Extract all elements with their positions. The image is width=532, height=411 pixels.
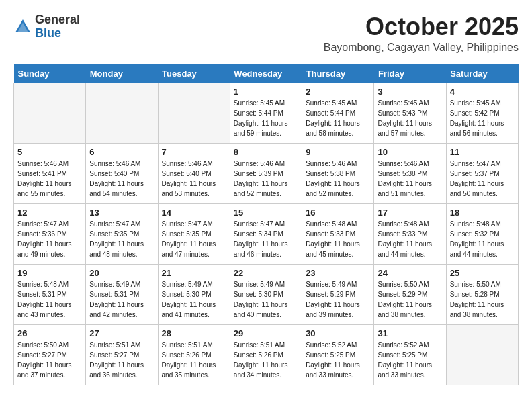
day-info: Sunrise: 5:48 AMSunset: 5:31 PMDaylight:… bbox=[17, 281, 72, 318]
weekday-header-wednesday: Wednesday bbox=[230, 64, 302, 83]
day-number: 23 bbox=[306, 268, 370, 278]
day-info: Sunrise: 5:51 AMSunset: 5:26 PMDaylight:… bbox=[162, 341, 216, 379]
calendar-day-cell: 3 Sunrise: 5:45 AMSunset: 5:43 PMDayligh… bbox=[374, 83, 446, 143]
calendar-week-row: 5 Sunrise: 5:46 AMSunset: 5:41 PMDayligh… bbox=[14, 143, 519, 203]
logo-blue-text: Blue bbox=[35, 26, 61, 40]
calendar-table: SundayMondayTuesdayWednesdayThursdayFrid… bbox=[13, 64, 519, 385]
weekday-header-row: SundayMondayTuesdayWednesdayThursdayFrid… bbox=[14, 64, 519, 83]
day-info: Sunrise: 5:48 AMSunset: 5:33 PMDaylight:… bbox=[306, 220, 360, 258]
day-number: 29 bbox=[234, 328, 298, 338]
calendar-day-cell: 8 Sunrise: 5:46 AMSunset: 5:39 PMDayligh… bbox=[230, 143, 302, 203]
day-info: Sunrise: 5:48 AMSunset: 5:32 PMDaylight:… bbox=[450, 220, 504, 258]
calendar-day-cell: 28 Sunrise: 5:51 AMSunset: 5:26 PMDaylig… bbox=[158, 324, 230, 385]
day-info: Sunrise: 5:46 AMSunset: 5:41 PMDaylight:… bbox=[17, 160, 72, 197]
day-info: Sunrise: 5:47 AMSunset: 5:34 PMDaylight:… bbox=[234, 220, 288, 258]
calendar-day-cell bbox=[158, 83, 230, 143]
title-block: October 2025 Bayombong, Cagayan Valley, … bbox=[324, 13, 519, 54]
calendar-day-cell: 12 Sunrise: 5:47 AMSunset: 5:36 PMDaylig… bbox=[14, 203, 86, 264]
day-number: 10 bbox=[378, 147, 442, 157]
calendar-day-cell: 27 Sunrise: 5:51 AMSunset: 5:27 PMDaylig… bbox=[86, 324, 158, 385]
day-number: 21 bbox=[162, 268, 226, 278]
month-title: October 2025 bbox=[324, 13, 519, 40]
day-info: Sunrise: 5:46 AMSunset: 5:40 PMDaylight:… bbox=[162, 160, 216, 197]
calendar-week-row: 19 Sunrise: 5:48 AMSunset: 5:31 PMDaylig… bbox=[14, 264, 519, 324]
weekday-header-sunday: Sunday bbox=[14, 64, 86, 83]
logo-icon bbox=[13, 17, 32, 36]
day-info: Sunrise: 5:47 AMSunset: 5:35 PMDaylight:… bbox=[89, 220, 144, 258]
calendar-week-row: 12 Sunrise: 5:47 AMSunset: 5:36 PMDaylig… bbox=[14, 203, 519, 264]
day-info: Sunrise: 5:49 AMSunset: 5:29 PMDaylight:… bbox=[306, 281, 360, 318]
day-info: Sunrise: 5:50 AMSunset: 5:27 PMDaylight:… bbox=[17, 341, 72, 379]
calendar-day-cell: 5 Sunrise: 5:46 AMSunset: 5:41 PMDayligh… bbox=[14, 143, 86, 203]
calendar-week-row: 26 Sunrise: 5:50 AMSunset: 5:27 PMDaylig… bbox=[14, 324, 519, 385]
day-info: Sunrise: 5:50 AMSunset: 5:28 PMDaylight:… bbox=[450, 281, 504, 318]
day-info: Sunrise: 5:45 AMSunset: 5:44 PMDaylight:… bbox=[234, 99, 288, 137]
calendar-day-cell: 6 Sunrise: 5:46 AMSunset: 5:40 PMDayligh… bbox=[86, 143, 158, 203]
day-number: 19 bbox=[17, 268, 82, 278]
calendar-day-cell: 1 Sunrise: 5:45 AMSunset: 5:44 PMDayligh… bbox=[230, 83, 302, 143]
calendar-day-cell: 2 Sunrise: 5:45 AMSunset: 5:44 PMDayligh… bbox=[302, 83, 374, 143]
day-info: Sunrise: 5:51 AMSunset: 5:27 PMDaylight:… bbox=[89, 341, 144, 379]
calendar-day-cell bbox=[446, 324, 518, 385]
calendar-day-cell bbox=[86, 83, 158, 143]
calendar-day-cell: 13 Sunrise: 5:47 AMSunset: 5:35 PMDaylig… bbox=[86, 203, 158, 264]
day-number: 20 bbox=[89, 268, 154, 278]
day-info: Sunrise: 5:45 AMSunset: 5:44 PMDaylight:… bbox=[306, 99, 360, 137]
calendar-week-row: 1 Sunrise: 5:45 AMSunset: 5:44 PMDayligh… bbox=[14, 83, 519, 143]
calendar-day-cell: 15 Sunrise: 5:47 AMSunset: 5:34 PMDaylig… bbox=[230, 203, 302, 264]
day-info: Sunrise: 5:49 AMSunset: 5:30 PMDaylight:… bbox=[234, 281, 288, 318]
calendar-day-cell: 18 Sunrise: 5:48 AMSunset: 5:32 PMDaylig… bbox=[446, 203, 518, 264]
day-info: Sunrise: 5:48 AMSunset: 5:33 PMDaylight:… bbox=[378, 220, 432, 258]
calendar-day-cell: 4 Sunrise: 5:45 AMSunset: 5:42 PMDayligh… bbox=[446, 83, 518, 143]
day-number: 1 bbox=[234, 87, 298, 97]
calendar-day-cell: 17 Sunrise: 5:48 AMSunset: 5:33 PMDaylig… bbox=[374, 203, 446, 264]
day-number: 11 bbox=[450, 147, 515, 157]
logo-general-text: General bbox=[35, 13, 80, 26]
weekday-header-thursday: Thursday bbox=[302, 64, 374, 83]
location-text: Bayombong, Cagayan Valley, Philippines bbox=[324, 42, 519, 54]
day-info: Sunrise: 5:49 AMSunset: 5:30 PMDaylight:… bbox=[162, 281, 216, 318]
day-number: 30 bbox=[306, 328, 370, 338]
day-info: Sunrise: 5:46 AMSunset: 5:38 PMDaylight:… bbox=[306, 160, 360, 197]
calendar-day-cell: 10 Sunrise: 5:46 AMSunset: 5:38 PMDaylig… bbox=[374, 143, 446, 203]
weekday-header-saturday: Saturday bbox=[446, 64, 518, 83]
day-info: Sunrise: 5:47 AMSunset: 5:37 PMDaylight:… bbox=[450, 160, 504, 197]
calendar-day-cell: 25 Sunrise: 5:50 AMSunset: 5:28 PMDaylig… bbox=[446, 264, 518, 324]
day-info: Sunrise: 5:46 AMSunset: 5:39 PMDaylight:… bbox=[234, 160, 288, 197]
day-number: 15 bbox=[234, 208, 298, 218]
calendar-day-cell: 11 Sunrise: 5:47 AMSunset: 5:37 PMDaylig… bbox=[446, 143, 518, 203]
day-info: Sunrise: 5:46 AMSunset: 5:40 PMDaylight:… bbox=[89, 160, 144, 197]
day-number: 8 bbox=[234, 147, 298, 157]
day-info: Sunrise: 5:47 AMSunset: 5:36 PMDaylight:… bbox=[17, 220, 72, 258]
weekday-header-tuesday: Tuesday bbox=[158, 64, 230, 83]
day-info: Sunrise: 5:47 AMSunset: 5:35 PMDaylight:… bbox=[162, 220, 216, 258]
day-number: 25 bbox=[450, 268, 515, 278]
day-number: 14 bbox=[162, 208, 226, 218]
day-number: 18 bbox=[450, 208, 515, 218]
calendar-day-cell: 19 Sunrise: 5:48 AMSunset: 5:31 PMDaylig… bbox=[14, 264, 86, 324]
day-number: 4 bbox=[450, 87, 515, 97]
calendar-day-cell: 9 Sunrise: 5:46 AMSunset: 5:38 PMDayligh… bbox=[302, 143, 374, 203]
day-number: 31 bbox=[378, 328, 442, 338]
calendar-day-cell: 21 Sunrise: 5:49 AMSunset: 5:30 PMDaylig… bbox=[158, 264, 230, 324]
day-info: Sunrise: 5:52 AMSunset: 5:25 PMDaylight:… bbox=[306, 341, 360, 379]
day-info: Sunrise: 5:45 AMSunset: 5:43 PMDaylight:… bbox=[378, 99, 432, 137]
day-number: 22 bbox=[234, 268, 298, 278]
day-number: 6 bbox=[89, 147, 154, 157]
calendar-day-cell: 14 Sunrise: 5:47 AMSunset: 5:35 PMDaylig… bbox=[158, 203, 230, 264]
calendar-day-cell: 26 Sunrise: 5:50 AMSunset: 5:27 PMDaylig… bbox=[14, 324, 86, 385]
calendar-day-cell: 23 Sunrise: 5:49 AMSunset: 5:29 PMDaylig… bbox=[302, 264, 374, 324]
weekday-header-monday: Monday bbox=[86, 64, 158, 83]
day-number: 5 bbox=[17, 147, 82, 157]
calendar-day-cell: 16 Sunrise: 5:48 AMSunset: 5:33 PMDaylig… bbox=[302, 203, 374, 264]
page-header: General Blue October 2025 Bayombong, Cag… bbox=[13, 13, 519, 54]
day-info: Sunrise: 5:52 AMSunset: 5:25 PMDaylight:… bbox=[378, 341, 432, 379]
calendar-day-cell: 30 Sunrise: 5:52 AMSunset: 5:25 PMDaylig… bbox=[302, 324, 374, 385]
day-number: 27 bbox=[89, 328, 154, 338]
day-number: 9 bbox=[306, 147, 370, 157]
day-info: Sunrise: 5:50 AMSunset: 5:29 PMDaylight:… bbox=[378, 281, 432, 318]
calendar-day-cell: 24 Sunrise: 5:50 AMSunset: 5:29 PMDaylig… bbox=[374, 264, 446, 324]
day-info: Sunrise: 5:49 AMSunset: 5:31 PMDaylight:… bbox=[89, 281, 144, 318]
calendar-day-cell: 20 Sunrise: 5:49 AMSunset: 5:31 PMDaylig… bbox=[86, 264, 158, 324]
day-number: 16 bbox=[306, 208, 370, 218]
